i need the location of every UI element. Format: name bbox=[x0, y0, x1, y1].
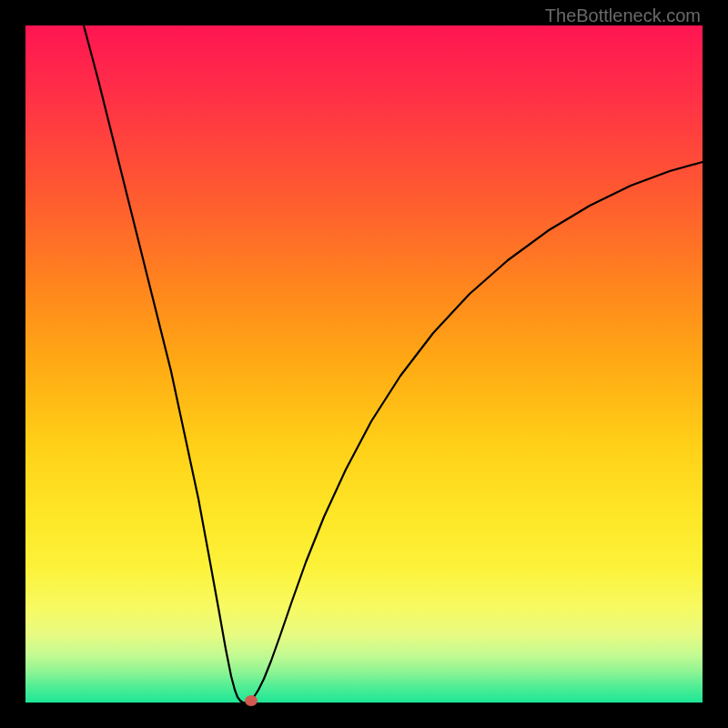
watermark-text: TheBottleneck.com bbox=[545, 5, 701, 26]
bottleneck-curve-svg bbox=[25, 25, 703, 703]
bottleneck-curve-line bbox=[84, 25, 703, 703]
chart-frame: TheBottleneck.com bbox=[0, 0, 728, 728]
optimum-marker bbox=[245, 695, 258, 706]
